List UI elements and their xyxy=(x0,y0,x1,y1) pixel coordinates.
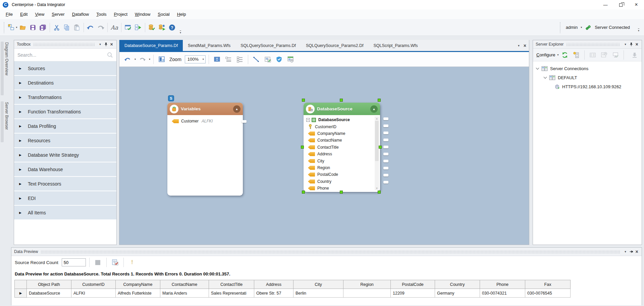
side-tab-server-browser[interactable]: Server Browser xyxy=(1,101,11,145)
selection-handle[interactable] xyxy=(340,99,343,102)
tree-server-connections[interactable]: Server Connections xyxy=(533,64,642,73)
tab-sendmail-params[interactable]: SendMail_Params.Wfs xyxy=(183,40,235,51)
refresh-button[interactable] xyxy=(560,49,570,61)
toolbar-grip[interactable] xyxy=(3,22,5,33)
tab-sqlscript-params[interactable]: SQLScript_Params.Wfs xyxy=(369,40,423,51)
databasesource-node-header[interactable]: DatabaseSource ▲ xyxy=(304,103,380,115)
server-explorer-close-icon[interactable]: × xyxy=(634,42,640,47)
canvas-redo-button[interactable] xyxy=(137,53,147,65)
redo-dropdown-icon[interactable]: ▾ xyxy=(149,58,150,61)
toolbox-item-data-warehouse[interactable]: ▶Data Warehouse xyxy=(14,162,116,176)
toolbox-item-transformations[interactable]: ▶Transformations xyxy=(14,90,116,104)
databasesource-node[interactable]: DatabaseSource ▲ − DatabaseSource Custom… xyxy=(304,103,380,192)
side-tab-diagram-overview[interactable]: Diagram Overview xyxy=(1,42,11,98)
output-port[interactable] xyxy=(383,124,388,127)
stop-button[interactable] xyxy=(93,256,103,268)
new-document-button[interactable]: ▾ xyxy=(8,21,18,34)
variables-node-header[interactable]: Variables ▲ xyxy=(167,103,243,115)
output-port[interactable] xyxy=(383,160,388,162)
collapse-minus-icon[interactable]: − xyxy=(306,118,310,122)
toolbox-pin-icon[interactable] xyxy=(103,42,109,47)
output-port[interactable] xyxy=(383,139,388,141)
undo-dropdown-icon[interactable]: ▾ xyxy=(135,58,136,61)
toolbar-overflow-button[interactable]: ▾ xyxy=(638,29,639,32)
toolbox-item-text-processors[interactable]: ▶Text Processors xyxy=(14,177,116,191)
scroll-up-icon[interactable]: ▲ xyxy=(375,116,379,120)
save-all-button[interactable] xyxy=(38,21,48,34)
cell-customerid[interactable]: ALFKI xyxy=(71,289,116,298)
toolbox-item-sources[interactable]: ▶Sources xyxy=(14,61,116,75)
cell-address[interactable]: Obere Str. 57 xyxy=(254,289,293,298)
download-button[interactable] xyxy=(630,49,640,61)
link-tool-button[interactable] xyxy=(251,53,261,65)
data-preview-header[interactable]: Data Preview ▾ × xyxy=(11,248,642,256)
menu-window[interactable]: Window xyxy=(131,10,154,18)
tree-https-endpoint[interactable]: HTTPS://192.168.10.109:9262 xyxy=(533,82,642,91)
menu-project[interactable]: Project xyxy=(110,10,131,18)
field-contactname[interactable]: ContactName xyxy=(304,137,380,144)
scroll-down-icon[interactable]: ▼ xyxy=(375,186,379,190)
cut-button[interactable] xyxy=(52,21,62,34)
data-preview-pin-icon[interactable] xyxy=(628,249,634,255)
col-fax[interactable]: Fax xyxy=(525,280,571,289)
toolbox-item-all-items[interactable]: ▶All Items xyxy=(14,206,116,219)
selection-handle[interactable] xyxy=(302,191,305,194)
record-count-input[interactable] xyxy=(62,258,86,266)
output-port[interactable] xyxy=(383,117,388,120)
cell-region[interactable] xyxy=(343,289,391,298)
variables-collapse-button[interactable]: ▲ xyxy=(233,105,240,113)
data-preview-menu-icon[interactable]: ▾ xyxy=(623,249,628,255)
open-button[interactable] xyxy=(18,21,28,34)
scrollbar-thumb[interactable] xyxy=(375,121,379,161)
col-contacttitle[interactable]: ContactTitle xyxy=(209,280,254,289)
menu-tools[interactable]: Tools xyxy=(93,10,110,18)
verify-button[interactable] xyxy=(123,21,133,34)
cell-fax[interactable]: 030-0076545 xyxy=(525,289,571,298)
col-companyname[interactable]: CompanyName xyxy=(116,280,160,289)
tree-default[interactable]: DEFAULT xyxy=(533,73,642,82)
redo-button[interactable] xyxy=(96,21,106,34)
selection-handle[interactable] xyxy=(378,99,381,102)
field-country[interactable]: Country xyxy=(304,178,380,185)
start-dataflow-button[interactable] xyxy=(133,21,143,34)
variables-node[interactable]: Variables ▲ Customer ALFKI xyxy=(167,103,243,196)
field-city[interactable]: City xyxy=(304,157,380,164)
add-server-button[interactable] xyxy=(571,49,581,61)
server-monitor-button[interactable] xyxy=(610,49,621,61)
selection-handle[interactable] xyxy=(378,191,381,194)
toolbox-search-input[interactable] xyxy=(17,52,107,58)
col-object-path[interactable]: Object Path xyxy=(27,280,71,289)
canvas-undo-button[interactable] xyxy=(123,53,133,65)
tab-sqlquerysource-params[interactable]: SQLQuerySource_Params.Df xyxy=(235,40,301,51)
col-country[interactable]: Country xyxy=(435,280,480,289)
shield-verify-button[interactable] xyxy=(274,53,284,65)
databasesource-collapse-button[interactable]: ▲ xyxy=(370,105,378,113)
tab-sqlquerysource-params2[interactable]: SQLQuerySource_Params2.Df xyxy=(301,40,369,51)
col-address[interactable]: Address xyxy=(254,280,293,289)
chevron-down-icon[interactable] xyxy=(536,66,539,70)
field-address[interactable]: Address xyxy=(304,151,380,157)
print-preview-button[interactable] xyxy=(157,53,167,65)
minimize-button[interactable]: — xyxy=(598,0,613,9)
field-region[interactable]: Region xyxy=(304,164,380,171)
cell-phone[interactable]: 030-0074321 xyxy=(480,289,525,298)
undo-button[interactable] xyxy=(86,21,96,34)
preview-output-button[interactable] xyxy=(110,256,120,268)
menu-edit[interactable]: Edit xyxy=(16,10,31,18)
chevron-down-icon[interactable] xyxy=(544,75,547,79)
variables-field-customer[interactable]: Customer ALFKI xyxy=(167,118,243,124)
output-port[interactable] xyxy=(383,167,388,169)
help-button[interactable]: ? xyxy=(167,21,177,34)
cell-country[interactable]: Germany xyxy=(435,289,480,298)
menu-dataflow[interactable]: Dataflow xyxy=(68,10,93,18)
paste-button[interactable] xyxy=(72,21,82,34)
configure-button[interactable]: Configure ▾ xyxy=(536,52,558,57)
toolbox-item-edi[interactable]: ▶EDI xyxy=(14,191,116,205)
copy-button[interactable] xyxy=(62,21,72,34)
run-database-button[interactable] xyxy=(157,21,167,34)
cell-postalcode[interactable]: 12209 xyxy=(391,289,435,298)
close-button[interactable]: × xyxy=(629,0,644,9)
toolbox-menu-icon[interactable]: ▾ xyxy=(97,42,103,47)
toolbar-grip[interactable] xyxy=(559,22,561,33)
table-row[interactable]: ▶ DatabaseSource ALFKI Alfreds Futterkis… xyxy=(15,289,571,298)
